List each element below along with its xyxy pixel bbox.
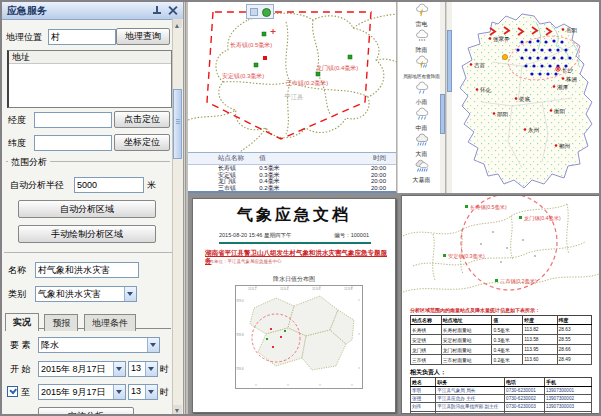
manual-draw-area-button[interactable]: 手动绘制分析区域 [18, 225, 156, 243]
table-cell: 张强 [411, 395, 436, 403]
table-cell: 长寿镇 [188, 165, 257, 172]
end-date-select[interactable]: 2015年 9月17日 [38, 384, 126, 400]
tab-geo-condition[interactable]: 地理条件 [84, 314, 136, 331]
persons-heading: 相关负责人： [410, 368, 446, 377]
scroll-up-icon[interactable] [173, 19, 182, 28]
start-date-select[interactable]: 2015年 8月17日 [38, 361, 126, 377]
table-header-cell: 站点名称 [188, 153, 257, 165]
table-row: 张强平江县应急办 主任0730-623000213907300002 [411, 395, 592, 403]
table-cell: 0.5毫米 [492, 325, 523, 335]
figure-caption: 降水日值分布图 [193, 275, 395, 284]
svg-text:长寿镇(0.5毫米): 长寿镇(0.5毫米) [470, 204, 507, 210]
end-hour-select[interactable]: 13 [128, 384, 158, 400]
event-name-input[interactable] [35, 262, 139, 278]
element-value: 降水 [41, 339, 59, 352]
table-cell: 113.82 [523, 325, 557, 335]
start-hour-value: 13 [131, 363, 141, 373]
svg-text:衡阳: 衡阳 [553, 108, 565, 115]
tab-live[interactable]: 实况 [5, 313, 39, 331]
county-map-canvas[interactable]: 长寿镇(0.5毫米) 安定镇(0.3毫米) 龙门镇(0.4毫米) 三市镇(0.2… [188, 2, 397, 152]
geo-query-button[interactable]: 地理查询 [116, 28, 170, 45]
start-date-value: 2015年 8月17日 [41, 363, 106, 376]
scrollbar-thumb[interactable] [440, 94, 445, 134]
province-map-panel[interactable]: 岳阳 张家界 吉首 怀化 娄底 长沙 株洲 湘潭 衡阳 邵阳 永州 郴州 [447, 2, 601, 193]
longitude-label: 经度 [8, 114, 26, 127]
latitude-input[interactable] [34, 135, 112, 151]
table-cell: 刘伟 [411, 403, 436, 411]
category-select[interactable]: 气象和洪水灾害 [35, 286, 137, 302]
panel-scrollbar[interactable] [172, 19, 183, 414]
address-listbox[interactable]: 地址 [7, 50, 172, 108]
table-row: 刘伟平江县防汛抗旱指挥部 副主任0730-623000313907300003 [411, 403, 592, 411]
table-row: 三市镇三市村雨量站0.2毫米113.6028.49 [411, 355, 592, 365]
run-analysis-button[interactable]: 实施分析 [38, 407, 134, 416]
table-cell: 龙门镇 [411, 345, 442, 355]
table-cell: 28.55 [557, 335, 591, 345]
station-table[interactable]: 站点名称值时间长寿镇0.5毫米20:00安定镇0.3毫米20:00龙门镇0.4毫… [188, 153, 396, 191]
thunder-icon [413, 2, 431, 17]
start-hour-select[interactable]: 13 [128, 361, 158, 377]
auto-analyze-area-button[interactable]: 自动分析区域 [18, 200, 156, 218]
svg-text:28.6: 28.6 [237, 367, 244, 371]
chevron-down-icon[interactable] [124, 287, 136, 301]
table-cell: 平江县气象局 局长 [436, 387, 505, 395]
chevron-down-icon[interactable] [145, 362, 157, 376]
latitude-label: 纬度 [8, 137, 26, 150]
warning-marker [502, 54, 507, 59]
region-label: 平江县 [284, 93, 304, 101]
station-marker[interactable]: 安定镇(0.3毫米) [222, 56, 267, 80]
svg-text:安定镇(0.3毫米): 安定镇(0.3毫米) [448, 253, 485, 260]
auto-radius-input[interactable] [74, 177, 144, 193]
station-marker[interactable]: 龙门镇(0.4毫米) [316, 55, 358, 71]
click-locate-button[interactable]: 点击定位 [114, 111, 170, 128]
legend-scrollbar[interactable] [440, 2, 445, 193]
scroll-down-icon[interactable] [173, 405, 182, 414]
analysis-map-panel[interactable]: 长寿镇(0.5毫米) 安定镇(0.3毫米) 龙门镇(0.4毫米) 三市镇(0.2… [188, 2, 397, 193]
locate-tool-icon[interactable] [262, 8, 271, 17]
table-row: 站点名称值时间 [188, 153, 396, 165]
province-map-canvas[interactable]: 岳阳 张家界 吉首 怀化 娄底 长沙 株洲 湘潭 衡阳 邵阳 永州 郴州 [452, 2, 601, 193]
station-marker[interactable]: 三市镇(0.2毫米) [286, 72, 328, 86]
svg-text:株洲: 株洲 [565, 76, 577, 83]
table-row: 姓名职务电话手机 [411, 378, 592, 387]
pin-icon[interactable] [153, 6, 161, 15]
chevron-down-icon[interactable] [145, 385, 157, 399]
chevron-down-icon[interactable] [113, 362, 125, 376]
address-list-header: 地址 [9, 51, 171, 64]
chevron-down-icon[interactable] [113, 385, 125, 399]
table-header-cell: 纬度 [557, 316, 591, 325]
legend-item: 大雨 [398, 132, 445, 158]
station-marker[interactable]: 长寿镇(0.5毫米) [230, 29, 276, 48]
close-icon[interactable] [168, 5, 177, 14]
table-cell: 13907300003 [544, 403, 591, 411]
table-cell: 13907300002 [544, 395, 591, 403]
scrollbar-thumb[interactable] [173, 89, 182, 159]
geo-location-input[interactable] [48, 29, 116, 45]
station-report-page: 长寿镇(0.5毫米) 龙门镇(0.4毫米) 安定镇(0.3毫米) 三市镇(0.2… [401, 195, 601, 414]
svg-text:113.6: 113.6 [312, 287, 321, 291]
element-select[interactable]: 降水 [38, 337, 160, 353]
map-toolbar[interactable] [246, 4, 274, 19]
end-time-checkbox[interactable] [7, 386, 18, 397]
tab-forecast[interactable]: 预报 [44, 314, 78, 331]
rainfall-map-canvas: 113.2113.4 113.6113.8 29.028.828.6 [236, 286, 360, 386]
rainfall-figure: 113.2113.4 113.6113.8 29.028.828.6 [235, 285, 363, 389]
legend-item: 局部地区有雷阵雨 [398, 54, 445, 80]
shower-icon [413, 28, 431, 43]
radius-unit-label: 米 [147, 179, 156, 192]
table-row: 长寿镇0.5毫米20:00 [188, 165, 396, 172]
legend-item: 小雨 [398, 80, 445, 106]
document-title: 气象应急文档 [193, 205, 395, 226]
table-header-cell: 经度 [523, 316, 557, 325]
table-cell: 28.66 [557, 345, 591, 355]
tab-strip: 实况 预报 地理条件 [5, 311, 171, 329]
svg-text:113.8: 113.8 [344, 287, 353, 291]
heavy-rain-icon [413, 132, 431, 147]
chevron-down-icon[interactable] [147, 338, 159, 352]
longitude-input[interactable] [34, 112, 112, 128]
coord-locate-button[interactable]: 坐标定位 [114, 134, 170, 151]
auto-radius-label: 自动分析半径 [10, 179, 64, 192]
select-tool-icon[interactable] [250, 8, 258, 16]
table-row: 长寿镇长寿村雨量站0.5毫米113.8228.63 [411, 325, 592, 335]
panel-title-bar[interactable]: 应急服务 [2, 2, 183, 20]
